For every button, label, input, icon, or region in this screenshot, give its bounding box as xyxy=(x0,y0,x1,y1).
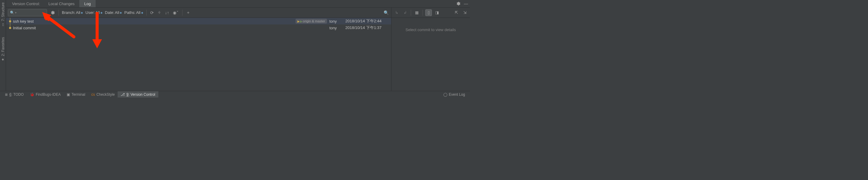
main-area: Version Control: Local Changes Log — 🔍 ▾… xyxy=(6,0,470,91)
cherry-pick-icon[interactable]: ⚘ xyxy=(157,10,162,15)
eye-icon[interactable]: ◉˅ xyxy=(172,10,179,15)
group-icon[interactable]: ▦ xyxy=(413,9,420,16)
filter-toolbar: 🔍 ▾ Branch: All ◆ User: All ◆ xyxy=(6,7,391,18)
tab-terminal[interactable]: ▣ Terminal xyxy=(64,91,88,98)
commit-row[interactable]: ssh key test ▶ ▶ origin & master tony 20… xyxy=(6,18,391,24)
checkstyle-icon: cs xyxy=(91,93,95,97)
tab-log[interactable]: Log xyxy=(79,0,96,7)
chevron-down-icon: ◆ xyxy=(141,11,143,14)
tab-local-changes[interactable]: Local Changes xyxy=(44,0,80,7)
graph-node-icon xyxy=(9,27,11,29)
graph-node-icon xyxy=(9,20,11,22)
commit-row[interactable]: Initial commit tony 2018/10/14 下午1:37 xyxy=(6,24,391,31)
tab-checkstyle[interactable]: cs CheckStyle xyxy=(88,91,118,98)
commit-author: tony xyxy=(329,26,343,30)
refresh-icon[interactable]: ⟳ xyxy=(150,10,154,15)
structure-label: 7: Structure xyxy=(1,2,5,21)
tag-arrow-icon: ▶ xyxy=(298,20,299,23)
preview-bottom-icon[interactable]: ◨ xyxy=(434,9,440,16)
minimize-icon[interactable]: — xyxy=(462,0,470,7)
separator xyxy=(146,10,147,16)
log-panel: 🔍 ▾ Branch: All ◆ User: All ◆ xyxy=(6,7,392,91)
chevron-down-icon: ▾ xyxy=(15,11,17,14)
tab-todo[interactable]: ≣ 6: TODO xyxy=(2,91,27,98)
paths-filter[interactable]: Paths: All ◆ xyxy=(124,10,143,15)
commit-date: 2018/10/14 下午1:37 xyxy=(343,25,391,30)
star-icon: ★ xyxy=(1,57,5,61)
add-icon[interactable]: ＋ xyxy=(185,10,191,16)
chevron-down-icon: ◆ xyxy=(120,11,122,14)
bottom-tool-bar: ≣ 6: TODO 🐞 FindBugs-IDEA ▣ Terminal cs … xyxy=(0,91,470,98)
branch-icon: ⎇ xyxy=(121,93,125,97)
gear-icon[interactable] xyxy=(454,0,462,7)
details-toolbar: ↳ ↲ ▦ ▯ ◨ ⇱ ⇲ xyxy=(392,7,470,18)
tab-findbugs[interactable]: 🐞 FindBugs-IDEA xyxy=(27,91,64,98)
tab-event-log[interactable]: ◯ Event Log xyxy=(440,91,468,98)
commit-author: tony xyxy=(329,19,343,24)
tag-arrow-icon: ▶ xyxy=(300,20,302,23)
favorites-label: 2: Favorites xyxy=(1,37,5,56)
search-icon: 🔍 xyxy=(10,10,14,15)
separator xyxy=(423,10,423,16)
vcs-title: Version Control: xyxy=(8,0,44,7)
tab-version-control[interactable]: ⎇ 9: Version Control xyxy=(118,91,158,98)
details-panel: ↳ ↲ ▦ ▯ ◨ ⇱ ⇲ Select commit to view deta… xyxy=(392,7,470,91)
chevron-down-icon: ◆ xyxy=(81,11,83,14)
user-filter[interactable]: User: All ◆ xyxy=(85,10,102,15)
date-filter[interactable]: Date: All ◆ xyxy=(105,10,122,15)
expand-icon[interactable]: ⇱ xyxy=(453,9,460,16)
prev-diff-icon[interactable]: ↳ xyxy=(393,9,400,16)
favorites-tool-button[interactable]: ★ 2: Favorites xyxy=(0,35,6,64)
search-input[interactable]: 🔍 ▾ xyxy=(8,9,47,16)
terminal-icon: ▣ xyxy=(67,93,70,97)
structure-icon: ▭ xyxy=(1,22,5,26)
commit-message: Initial commit xyxy=(13,26,329,30)
separator xyxy=(59,10,59,16)
sort-icon[interactable]: ↓↑ xyxy=(164,10,170,15)
commit-list[interactable]: ssh key test ▶ ▶ origin & master tony 20… xyxy=(6,18,391,91)
structure-tool-button[interactable]: ▭ 7: Structure xyxy=(0,0,6,29)
left-tool-window-bar: ▭ 7: Structure ★ 2: Favorites xyxy=(0,0,6,91)
bug-icon: 🐞 xyxy=(30,93,34,97)
next-diff-icon[interactable]: ↲ xyxy=(402,9,408,16)
filter-gear-icon[interactable] xyxy=(50,10,56,15)
chat-icon: ◯ xyxy=(443,93,447,97)
collapse-icon[interactable]: ⇲ xyxy=(461,9,468,16)
commit-date: 2018/10/14 下午2:44 xyxy=(343,19,391,24)
chevron-down-icon: ◆ xyxy=(100,11,102,14)
separator xyxy=(411,10,411,16)
separator xyxy=(182,10,183,16)
quick-search-icon[interactable]: 🔍 xyxy=(383,10,390,15)
commit-message: ssh key test xyxy=(13,19,296,24)
content-area: 🔍 ▾ Branch: All ◆ User: All ◆ xyxy=(6,7,470,91)
branch-tag[interactable]: ▶ ▶ origin & master xyxy=(296,19,327,24)
preview-side-icon[interactable]: ▯ xyxy=(425,9,432,16)
branch-filter[interactable]: Branch: All ◆ xyxy=(62,10,83,15)
vcs-tab-bar: Version Control: Local Changes Log — xyxy=(6,0,470,7)
list-icon: ≣ xyxy=(5,93,8,97)
details-placeholder: Select commit to view details xyxy=(392,18,470,91)
